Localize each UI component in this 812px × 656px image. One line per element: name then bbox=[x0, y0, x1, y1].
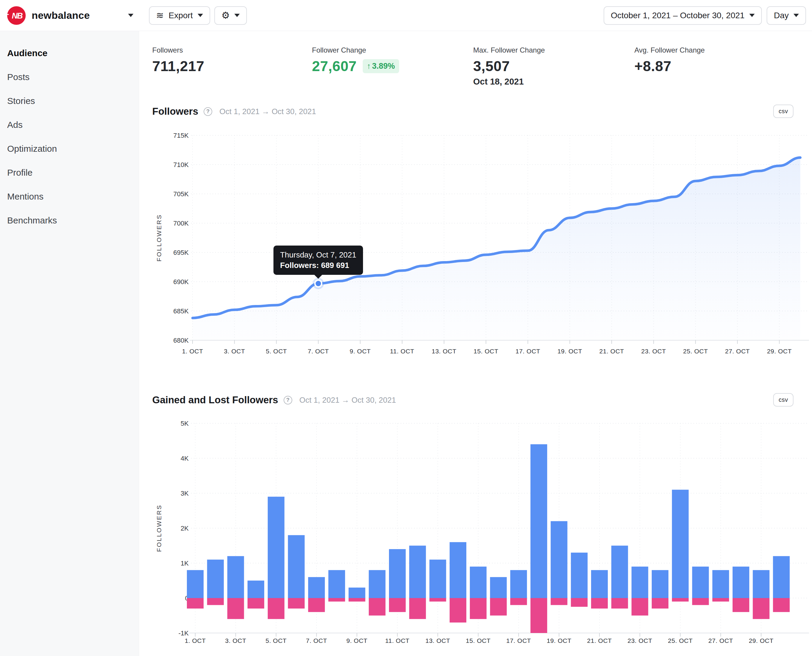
lost-bar[interactable] bbox=[571, 598, 588, 607]
followers-csv-button[interactable]: csv bbox=[773, 105, 793, 118]
lost-bar[interactable] bbox=[692, 598, 709, 605]
lost-bar[interactable] bbox=[247, 598, 264, 608]
gained-bar[interactable] bbox=[510, 570, 527, 598]
gained-bar[interactable] bbox=[733, 567, 749, 598]
lost-bar[interactable] bbox=[531, 598, 547, 633]
help-icon[interactable]: ? bbox=[204, 107, 212, 116]
gained-bar[interactable] bbox=[531, 444, 547, 598]
granularity-button[interactable]: Day bbox=[767, 6, 806, 25]
sidebar-item-profile[interactable]: Profile bbox=[0, 161, 139, 185]
gained-bar[interactable] bbox=[753, 570, 770, 598]
lost-bar[interactable] bbox=[733, 598, 749, 612]
lost-bar[interactable] bbox=[227, 598, 244, 619]
lost-bar[interactable] bbox=[349, 598, 366, 602]
lost-bar[interactable] bbox=[409, 598, 426, 619]
svg-text:15. OCT: 15. OCT bbox=[466, 637, 491, 644]
sidebar-item-mentions[interactable]: Mentions bbox=[0, 185, 139, 209]
stat-value: 27,607 bbox=[312, 58, 357, 74]
lost-bar[interactable] bbox=[753, 598, 770, 619]
lost-bar[interactable] bbox=[308, 598, 325, 612]
svg-text:27. OCT: 27. OCT bbox=[709, 637, 733, 644]
gained-lost-bar-chart[interactable]: 5K4K3K2K1K0-1K1. OCT3. OCT5. OCT7. OCT9.… bbox=[152, 418, 812, 656]
svg-text:1. OCT: 1. OCT bbox=[185, 637, 206, 644]
gained-bar[interactable] bbox=[470, 567, 486, 598]
gained-bar[interactable] bbox=[773, 556, 790, 598]
gained-bar[interactable] bbox=[369, 570, 385, 598]
sidebar: AudiencePostsStoriesAdsOptimizationProfi… bbox=[0, 31, 139, 656]
gained-bar[interactable] bbox=[207, 560, 224, 598]
lost-bar[interactable] bbox=[470, 598, 486, 619]
active-point-marker[interactable] bbox=[313, 278, 324, 289]
lost-bar[interactable] bbox=[672, 598, 689, 602]
svg-text:27. OCT: 27. OCT bbox=[725, 348, 750, 354]
help-icon[interactable]: ? bbox=[284, 396, 292, 404]
export-button-label: Export bbox=[169, 11, 193, 20]
gained-bar[interactable] bbox=[409, 546, 426, 598]
gained-bar[interactable] bbox=[187, 570, 204, 598]
gained-bar[interactable] bbox=[288, 535, 305, 598]
sidebar-item-ads[interactable]: Ads bbox=[0, 113, 139, 137]
bar-chart-svg[interactable]: 5K4K3K2K1K0-1K1. OCT3. OCT5. OCT7. OCT9.… bbox=[152, 418, 812, 656]
lost-bar[interactable] bbox=[449, 598, 466, 622]
gained-bar[interactable] bbox=[611, 546, 628, 598]
svg-text:690K: 690K bbox=[173, 278, 189, 286]
stat-avg-follower-change: Avg. Follower Change +8.87 bbox=[634, 46, 705, 74]
gained-bar[interactable] bbox=[490, 577, 507, 598]
sidebar-item-benchmarks[interactable]: Benchmarks bbox=[0, 209, 139, 232]
stat-value: 3,507 bbox=[473, 58, 510, 74]
gained-lost-csv-button[interactable]: csv bbox=[773, 393, 793, 407]
lost-bar[interactable] bbox=[773, 598, 790, 612]
gained-bar[interactable] bbox=[672, 490, 689, 598]
sidebar-item-optimization[interactable]: Optimization bbox=[0, 137, 139, 161]
lost-bar[interactable] bbox=[268, 598, 284, 619]
lost-bar[interactable] bbox=[207, 598, 224, 605]
sidebar-item-stories[interactable]: Stories bbox=[0, 89, 139, 113]
svg-text:NB: NB bbox=[12, 11, 23, 20]
lost-bar[interactable] bbox=[288, 598, 305, 608]
date-range-button[interactable]: October 1, 2021 – October 30, 2021 bbox=[604, 6, 762, 25]
topbar: NB newbalance ≋ Export ⚙ October 1, 2021… bbox=[0, 0, 812, 31]
stat-max-follower-change: Max. Follower Change 3,507 Oct 18, 2021 bbox=[473, 46, 545, 87]
gained-bar[interactable] bbox=[349, 588, 366, 598]
svg-text:685K: 685K bbox=[173, 307, 189, 315]
lost-bar[interactable] bbox=[328, 598, 345, 602]
line-chart-svg[interactable]: 715K710K705K700K695K690K685K680K1. OCT3.… bbox=[152, 128, 812, 367]
lost-bar[interactable] bbox=[369, 598, 385, 616]
lost-bar[interactable] bbox=[510, 598, 527, 605]
lost-bar[interactable] bbox=[712, 598, 729, 602]
gained-bar[interactable] bbox=[449, 542, 466, 598]
svg-text:5. OCT: 5. OCT bbox=[266, 637, 287, 644]
svg-text:13. OCT: 13. OCT bbox=[425, 637, 450, 644]
gained-bar[interactable] bbox=[389, 549, 406, 598]
account-switcher-caret-icon[interactable] bbox=[128, 14, 133, 17]
followers-line-chart[interactable]: 715K710K705K700K695K690K685K680K1. OCT3.… bbox=[152, 128, 812, 367]
gained-bar[interactable] bbox=[227, 556, 244, 598]
lost-bar[interactable] bbox=[187, 598, 204, 608]
sidebar-item-posts[interactable]: Posts bbox=[0, 65, 139, 89]
gained-bar[interactable] bbox=[268, 497, 284, 598]
lost-bar[interactable] bbox=[652, 598, 668, 608]
lost-bar[interactable] bbox=[591, 598, 608, 608]
gained-bar[interactable] bbox=[308, 577, 325, 598]
gained-bar[interactable] bbox=[692, 567, 709, 598]
svg-text:1. OCT: 1. OCT bbox=[182, 348, 203, 354]
settings-button[interactable]: ⚙ bbox=[215, 6, 247, 25]
sidebar-item-audience[interactable]: Audience bbox=[0, 41, 139, 65]
lost-bar[interactable] bbox=[389, 598, 406, 612]
gained-bar[interactable] bbox=[551, 521, 568, 598]
lost-bar[interactable] bbox=[611, 598, 628, 608]
gained-bar[interactable] bbox=[247, 581, 264, 598]
gained-bar[interactable] bbox=[591, 570, 608, 598]
gained-bar[interactable] bbox=[631, 567, 648, 598]
lost-bar[interactable] bbox=[490, 598, 507, 616]
gained-bar[interactable] bbox=[328, 570, 345, 598]
gained-bar[interactable] bbox=[652, 570, 668, 598]
svg-text:3K: 3K bbox=[181, 490, 189, 497]
gained-bar[interactable] bbox=[571, 552, 588, 598]
export-button[interactable]: ≋ Export bbox=[149, 6, 210, 25]
lost-bar[interactable] bbox=[631, 598, 648, 616]
lost-bar[interactable] bbox=[551, 598, 568, 605]
gained-bar[interactable] bbox=[712, 570, 729, 598]
gained-bar[interactable] bbox=[429, 560, 446, 598]
lost-bar[interactable] bbox=[429, 598, 446, 602]
